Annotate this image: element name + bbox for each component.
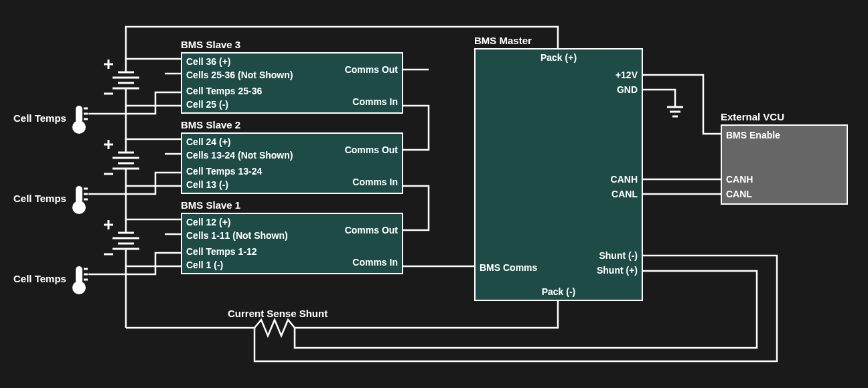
slave3-cells-range: Cells 25-36 (Not Shown) [186, 70, 293, 80]
slave2-temps: Cell Temps 13-24 [186, 166, 262, 177]
slave2-comms-out: Comms Out [345, 144, 398, 155]
slave2-comms-in: Comms In [352, 177, 398, 187]
slave3-title: BMS Slave 3 [181, 39, 240, 50]
slave2-cell-pos: Cell 24 (+) [186, 136, 231, 147]
bms-master: Pack (+) Pack (-) +12V GND CANH CANL Shu… [474, 48, 643, 301]
slave3-comms-out: Comms Out [345, 64, 398, 75]
diagram-stage: BMS Slave 3 Cell 36 (+) Cells 25-36 (Not… [0, 0, 868, 388]
slave3-comms-in: Comms In [352, 96, 398, 107]
slave2-cell-neg: Cell 13 (-) [186, 179, 228, 190]
slave2-cells-range: Cells 13-24 (Not Shown) [186, 150, 293, 161]
master-gnd: GND [617, 84, 638, 95]
slave1-cells-range: Cells 1-11 (Not Shown) [186, 230, 288, 241]
svg-point-32 [72, 281, 86, 294]
svg-point-20 [72, 201, 86, 214]
master-title: BMS Master [474, 35, 532, 46]
slave1-cell-neg: Cell 1 (-) [186, 260, 223, 270]
vcu-bms-enable: BMS Enable [726, 130, 780, 140]
cell-temps-label-2: Cell Temps [13, 193, 66, 204]
slave2-title: BMS Slave 2 [181, 119, 240, 130]
master-pack-neg: Pack (-) [542, 286, 576, 297]
slave1-comms-out: Comms Out [345, 225, 398, 235]
bms-slave-1: Cell 12 (+) Cells 1-11 (Not Shown) Cell … [181, 213, 403, 274]
cell-temps-label-1: Cell Temps [13, 273, 66, 284]
master-bms-comms: BMS Comms [480, 262, 537, 273]
master-shunt-pos: Shunt (+) [597, 265, 638, 276]
bms-slave-2: Cell 24 (+) Cells 13-24 (Not Shown) Cell… [181, 132, 403, 194]
master-shunt-neg: Shunt (-) [599, 250, 638, 261]
external-vcu: BMS Enable CANH CANL [721, 124, 848, 205]
slave1-comms-in: Comms In [352, 257, 398, 268]
master-canh: CANH [611, 174, 638, 185]
shunt-label: Current Sense Shunt [228, 308, 328, 319]
vcu-title: External VCU [721, 111, 784, 122]
slave1-title: BMS Slave 1 [181, 199, 240, 211]
slave3-cell-pos: Cell 36 (+) [186, 56, 231, 67]
master-canl: CANL [611, 189, 638, 199]
slave1-cell-pos: Cell 12 (+) [186, 217, 231, 227]
cell-temps-label-3: Cell Temps [13, 112, 66, 124]
master-12v: +12V [616, 70, 638, 80]
svg-point-8 [72, 120, 86, 134]
slave3-temps: Cell Temps 25-36 [186, 86, 262, 96]
slave1-temps: Cell Temps 1-12 [186, 246, 257, 257]
slave3-cell-neg: Cell 25 (-) [186, 99, 228, 110]
vcu-canl: CANL [726, 189, 752, 199]
vcu-canh: CANH [726, 174, 753, 185]
master-pack-pos: Pack (+) [540, 52, 577, 63]
bms-slave-3: Cell 36 (+) Cells 25-36 (Not Shown) Cell… [181, 52, 403, 114]
